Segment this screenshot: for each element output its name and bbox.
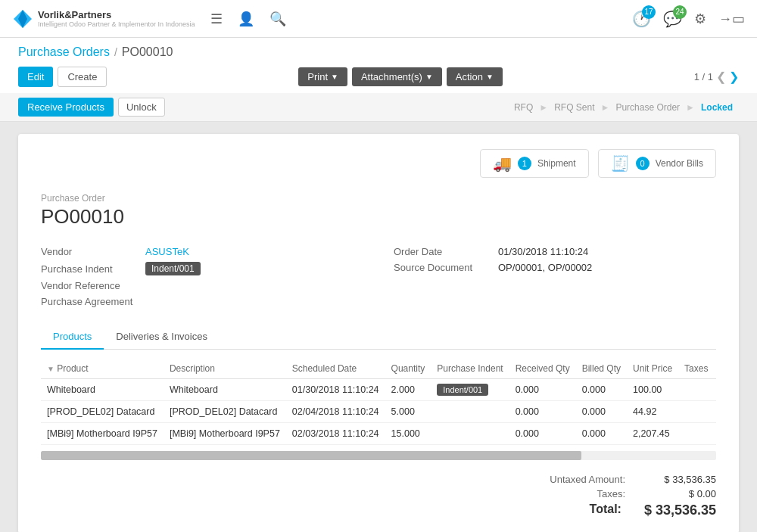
logo-icon <box>12 8 33 30</box>
total-value: $ 33,536.35 <box>644 502 716 518</box>
vendor-bills-count: 0 <box>636 157 650 170</box>
svg-marker-1 <box>18 10 27 28</box>
products-table-wrapper: ▼ Product Description Scheduled Date Qua… <box>41 359 716 445</box>
cell-scheduled-date: 02/04/2018 11:10:24 <box>286 401 385 423</box>
cell-taxes <box>678 379 714 401</box>
source-doc-value: OP/00001, OP/00002 <box>498 262 592 273</box>
hamburger-icon[interactable]: ☰ <box>210 11 223 27</box>
vendor-ref-label: Vendor Reference <box>41 280 139 291</box>
next-page-icon[interactable]: ❯ <box>729 70 739 84</box>
top-navigation: Vorlik&Partners Intelligent Odoo Partner… <box>0 0 757 38</box>
agreement-field-row: Purchase Agreement <box>41 294 363 310</box>
receive-products-button[interactable]: Receive Products <box>18 98 114 117</box>
search-icon[interactable]: 🔍 <box>269 11 286 27</box>
vendor-value[interactable]: ASUSTeK <box>145 246 189 257</box>
logo-text-area: Vorlik&Partners Intelligent Odoo Partner… <box>38 9 195 28</box>
create-button[interactable]: Create <box>58 67 107 87</box>
vendor-bills-label: Vendor Bills <box>656 158 703 169</box>
action-left-buttons: Edit Create <box>18 67 107 87</box>
attachments-label: Attachment(s) <box>361 71 422 82</box>
cell-description: [PROD_DEL02] Datacard <box>164 401 286 423</box>
cell-subtotal: $ 33,111.75 <box>714 423 716 445</box>
print-arrow-icon: ▼ <box>331 73 338 81</box>
table-row[interactable]: Whiteboard Whiteboard 01/30/2018 11:10:2… <box>41 379 716 401</box>
col-taxes: Taxes <box>678 359 714 379</box>
unlock-button[interactable]: Unlock <box>118 98 165 117</box>
print-button[interactable]: Print ▼ <box>298 67 347 86</box>
cell-quantity: 2.000 <box>385 379 431 401</box>
sort-icon[interactable]: ▼ <box>47 365 55 373</box>
print-label: Print <box>307 71 328 82</box>
action-button[interactable]: Action ▼ <box>447 67 503 86</box>
col-product: ▼ Product <box>41 359 164 379</box>
logo: Vorlik&Partners Intelligent Odoo Partner… <box>12 8 195 30</box>
messages-button[interactable]: 💬 24 <box>663 10 682 28</box>
activity-button[interactable]: 🕐 17 <box>632 10 651 28</box>
action-center-buttons: Print ▼ Attachment(s) ▼ Action ▼ <box>298 67 503 86</box>
attachments-arrow-icon: ▼ <box>425 73 433 81</box>
cell-scheduled-date: 01/30/2018 11:10:24 <box>286 379 385 401</box>
cell-quantity: 5.000 <box>385 401 431 423</box>
cell-billed-qty: 0.000 <box>576 401 627 423</box>
bill-icon: 🧾 <box>611 154 630 173</box>
breadcrumb-parent[interactable]: Purchase Orders <box>18 45 110 59</box>
cell-description: Whiteboard <box>164 379 286 401</box>
cell-taxes <box>678 423 714 445</box>
indent-label: Purchase Indent <box>41 263 139 275</box>
workflow-arrow-3: ► <box>686 102 695 113</box>
workflow-step-locked: Locked <box>695 102 739 113</box>
status-bar: Receive Products Unlock RFQ ► RFQ Sent ►… <box>0 93 757 122</box>
indent-value: Indent/001 <box>145 262 201 275</box>
truck-icon: 🚚 <box>493 154 512 173</box>
agreement-label: Purchase Agreement <box>41 296 139 307</box>
vendor-ref-field-row: Vendor Reference <box>41 278 363 294</box>
logo-name: Vorlik&Partners <box>38 9 111 20</box>
breadcrumb-separator: / <box>114 46 117 58</box>
col-billed-qty: Billed Qty <box>576 359 627 379</box>
cell-received-qty: 0.000 <box>509 401 576 423</box>
tab-deliveries[interactable]: Deliveries & Invoices <box>104 325 220 350</box>
messages-badge: 24 <box>673 5 687 19</box>
taxes-value: $ 0.00 <box>648 488 716 499</box>
fields-right: Order Date 01/30/2018 11:10:24 Source Do… <box>394 244 716 310</box>
shipment-button[interactable]: 🚚 1 Shipment <box>480 149 589 178</box>
po-doc-type: Purchase Order <box>41 193 716 204</box>
shipment-count: 1 <box>518 157 531 170</box>
col-scheduled-date: Scheduled Date <box>286 359 385 379</box>
user-icon[interactable]: 👤 <box>238 11 254 27</box>
tab-products[interactable]: Products <box>41 325 104 350</box>
source-doc-label: Source Document <box>394 262 492 273</box>
logout-icon[interactable]: →▭ <box>718 11 745 27</box>
page-info: 1 / 1 <box>694 71 713 82</box>
pagination: 1 / 1 ❮ ❯ <box>694 70 739 84</box>
workflow-steps: RFQ ► RFQ Sent ► Purchase Order ► Locked <box>508 102 739 113</box>
nav-left: Vorlik&Partners Intelligent Odoo Partner… <box>12 8 286 30</box>
untaxed-label: Untaxed Amount: <box>534 474 625 485</box>
edit-button[interactable]: Edit <box>18 67 53 87</box>
status-actions: Receive Products Unlock <box>18 98 165 117</box>
breadcrumb-current: PO00010 <box>122 45 173 59</box>
source-doc-field-row: Source Document OP/00001, OP/00002 <box>394 260 716 275</box>
fields-grid: Vendor ASUSTeK Purchase Indent Indent/00… <box>41 244 716 310</box>
scroll-thumb <box>41 451 581 460</box>
cell-purchase-indent <box>431 401 509 423</box>
taxes-row: Taxes: $ 0.00 <box>534 488 716 499</box>
table-row[interactable]: [PROD_DEL02] Datacard [PROD_DEL02] Datac… <box>41 401 716 423</box>
workflow-step-rfq: RFQ <box>508 102 539 113</box>
col-subtotal: Subtotal <box>714 359 716 379</box>
horizontal-scrollbar[interactable] <box>41 451 716 460</box>
prev-page-icon[interactable]: ❮ <box>716 70 726 84</box>
attachments-button[interactable]: Attachment(s) ▼ <box>352 67 442 86</box>
cell-product: Whiteboard <box>41 379 164 401</box>
vendor-bills-button[interactable]: 🧾 0 Vendor Bills <box>598 149 716 178</box>
cell-subtotal: $ 224.60 <box>714 401 716 423</box>
cell-purchase-indent: Indent/001 <box>431 379 509 401</box>
breadcrumb: Purchase Orders / PO00010 <box>0 38 757 62</box>
cell-unit-price: 2,207.45 <box>627 423 678 445</box>
settings-icon[interactable]: ⚙ <box>694 11 706 27</box>
col-received-qty: Received Qty <box>509 359 576 379</box>
products-table: ▼ Product Description Scheduled Date Qua… <box>41 359 716 445</box>
cell-received-qty: 0.000 <box>509 423 576 445</box>
cell-unit-price: 44.92 <box>627 401 678 423</box>
table-row[interactable]: [MBi9] Motherboard I9P57 [MBi9] Motherbo… <box>41 423 716 445</box>
